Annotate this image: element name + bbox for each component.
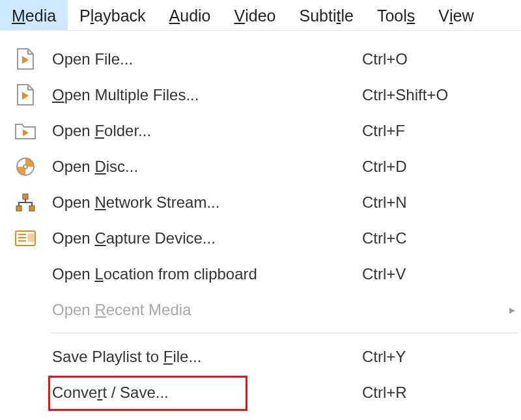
menu-item-label-mnemonic: F xyxy=(94,122,104,139)
menubar-item-pre: P xyxy=(79,7,91,25)
menu-item-label: Open Multiple Files... xyxy=(48,86,362,104)
menubar-item-pre: Subti xyxy=(299,7,336,25)
menu-item-open-location-from-clipboard[interactable]: Open Location from clipboardCtrl+V xyxy=(3,256,518,292)
menubar-item-post: ew xyxy=(453,7,474,25)
menu-item-shortcut: Ctrl+Y xyxy=(362,348,505,366)
menu-item-shortcut: Ctrl+D xyxy=(362,158,505,176)
menu-item-label: Open Network Stream... xyxy=(48,193,362,212)
menu-item-label-pre: Open xyxy=(52,265,94,283)
menubar-item-mnemonic: t xyxy=(336,7,341,25)
menu-item-label: Open File... xyxy=(48,50,362,68)
menu-item-label-pre: Conve xyxy=(52,384,97,401)
svg-rect-9 xyxy=(28,234,34,242)
menubar-item-post: edia xyxy=(25,7,56,25)
svg-rect-4 xyxy=(29,206,35,211)
menu-item-icon-cell xyxy=(3,122,48,140)
capture-device-icon xyxy=(14,230,36,247)
menu-item-label-post: etwork Stream... xyxy=(106,193,220,211)
menu-item-icon-cell xyxy=(3,193,48,212)
menu-item-label-post: ecent Media xyxy=(106,301,191,318)
menu-item-label-mnemonic: F xyxy=(163,348,173,365)
menu-item-icon-cell xyxy=(3,156,48,177)
menu-item-label-post: ocation from clipboard xyxy=(104,265,257,283)
svg-rect-2 xyxy=(23,194,28,199)
menu-item-open-multiple-files[interactable]: Open Multiple Files...Ctrl+Shift+O xyxy=(3,77,518,113)
menubar-item-mnemonic: M xyxy=(12,7,25,25)
menu-item-label-mnemonic: L xyxy=(94,265,103,283)
menu-item-open-disc[interactable]: Open Disc...Ctrl+D xyxy=(3,148,518,184)
menu-item-label-post: apture Device... xyxy=(106,229,216,247)
network-icon xyxy=(14,193,36,212)
menu-item-label-post: ile... xyxy=(173,348,201,365)
menu-item-label-mnemonic: N xyxy=(94,193,106,211)
menu-item-shortcut: Ctrl+C xyxy=(362,229,505,247)
menubar-item-mnemonic: s xyxy=(407,7,415,25)
menu-item-label: Open Disc... xyxy=(48,158,362,176)
menu-item-label: Open Folder... xyxy=(48,122,362,140)
menubar-item-post: ideo xyxy=(245,7,275,25)
menu-item-label-pre: Save Playlist to xyxy=(52,348,163,365)
menu-item-label: Save Playlist to File... xyxy=(48,348,362,366)
menu-item-save-playlist-to-file[interactable]: Save Playlist to File...Ctrl+Y xyxy=(3,339,518,374)
menu-item-convert-save[interactable]: Convert / Save...Ctrl+R xyxy=(3,374,518,410)
menu-item-label-pre: Open xyxy=(52,158,94,175)
menubar-item-tools[interactable]: Tools xyxy=(365,0,427,30)
menu-item-icon-cell xyxy=(3,48,48,70)
menu-item-icon-cell xyxy=(3,300,48,320)
menu-item-icon-cell xyxy=(3,347,48,367)
menu-item-label-pre: Open File... xyxy=(52,50,133,68)
menu-item-shortcut: Ctrl+O xyxy=(362,50,505,68)
menubar-item-audio[interactable]: Audio xyxy=(158,0,223,30)
menu-item-open-capture-device[interactable]: Open Capture Device...Ctrl+C xyxy=(3,220,518,256)
menu-item-label: Convert / Save... xyxy=(48,384,362,402)
menu-item-shortcut: Ctrl+V xyxy=(362,265,505,283)
submenu-arrow-icon: ▸ xyxy=(505,303,518,317)
menu-item-open-file[interactable]: Open File...Ctrl+O xyxy=(3,41,518,77)
menubar-item-video[interactable]: Video xyxy=(223,0,288,30)
menu-item-open-recent-media: Open Recent Media▸ xyxy=(3,292,518,328)
menu-item-shortcut: Ctrl+R xyxy=(362,384,505,402)
file-play-icon xyxy=(16,84,35,106)
menubar-item-mnemonic: A xyxy=(169,7,180,25)
menu-item-open-network-stream[interactable]: Open Network Stream...Ctrl+N xyxy=(3,184,518,220)
disc-icon xyxy=(15,156,36,177)
menu-item-label-mnemonic: C xyxy=(94,229,106,247)
menubar: MediaPlaybackAudioVideoSubtitleToolsView xyxy=(0,0,521,31)
menu-item-icon-cell xyxy=(3,383,48,402)
menu-item-label-post: older... xyxy=(104,122,151,139)
no-icon xyxy=(16,383,35,402)
menubar-item-view[interactable]: View xyxy=(427,0,485,30)
no-icon xyxy=(16,347,35,367)
menubar-item-playback[interactable]: Playback xyxy=(68,0,157,30)
folder-play-icon xyxy=(14,122,36,140)
menu-item-label: Open Capture Device... xyxy=(48,229,362,247)
menu-separator xyxy=(51,333,518,333)
file-play-icon xyxy=(16,48,35,70)
menubar-item-post: ayback xyxy=(94,7,145,25)
menubar-item-subtitle[interactable]: Subtitle xyxy=(287,0,365,30)
menubar-item-media[interactable]: Media xyxy=(0,0,68,30)
svg-point-1 xyxy=(23,165,27,169)
menu-item-open-folder[interactable]: Open Folder...Ctrl+F xyxy=(3,113,518,148)
menu-item-label-pre: Open xyxy=(52,122,94,139)
menu-item-label: Open Location from clipboard xyxy=(48,265,362,283)
menu-item-label-post: t / Save... xyxy=(102,384,168,401)
menu-item-label: Open Recent Media xyxy=(48,301,362,319)
menu-item-label-mnemonic: R xyxy=(94,301,106,318)
menubar-item-post: le xyxy=(341,7,353,25)
menu-item-label-pre: Open xyxy=(52,301,94,318)
menu-item-shortcut: Ctrl+Shift+O xyxy=(362,86,505,104)
menu-item-label-mnemonic: O xyxy=(52,86,64,104)
menu-item-icon-cell xyxy=(3,84,48,106)
menubar-item-pre: Tool xyxy=(377,7,407,25)
menu-item-label-post: isc... xyxy=(106,158,138,175)
menu-item-icon-cell xyxy=(3,264,48,284)
menu-item-label-pre: Open xyxy=(52,229,94,247)
media-menu-dropdown: Open File...Ctrl+O Open Multiple Files..… xyxy=(3,30,518,410)
menubar-item-post: udio xyxy=(180,7,210,25)
menubar-item-pre: V xyxy=(438,7,449,25)
no-icon xyxy=(16,264,35,284)
menu-item-shortcut: Ctrl+F xyxy=(362,122,505,140)
menu-item-shortcut: Ctrl+N xyxy=(362,193,505,212)
svg-rect-3 xyxy=(16,206,21,211)
